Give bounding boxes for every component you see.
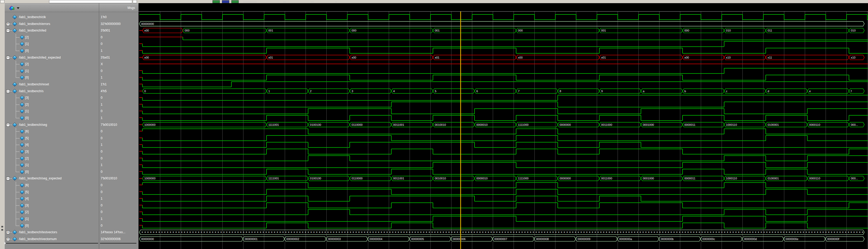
signal-value: 0	[101, 128, 102, 135]
signal-value: 0	[101, 202, 102, 209]
bus-value-label: 0000000e	[786, 238, 799, 241]
bus-value-label: 001	[435, 29, 439, 32]
bus-value-label: 000	[684, 29, 689, 32]
signal-value: 0	[101, 67, 102, 74]
bus-value-label: 0000000c	[703, 238, 715, 241]
signal-name: [1]	[25, 217, 29, 221]
signal-value: 1'h1	[101, 81, 106, 88]
signal-value: 0	[101, 135, 102, 142]
msgs-column-header[interactable]: Msgs	[99, 4, 139, 12]
bus-value-label: 010	[851, 29, 856, 32]
signal-value: 0	[101, 148, 102, 155]
bus-value-label: 0000110	[809, 177, 820, 180]
green-button-2[interactable]	[231, 0, 239, 3]
bus-value-label: 000	[185, 29, 189, 32]
toolbar-grip[interactable]	[0, 0, 4, 3]
bus-value-label: 001	[268, 29, 273, 32]
toolbar-field[interactable]	[49, 0, 132, 3]
bus-value-label: 0110000	[351, 123, 363, 126]
left-strip-button[interactable]	[1, 229, 3, 231]
bus-value-box	[350, 55, 433, 60]
bus-value-box	[433, 28, 516, 33]
bus-value-label: 0010010	[435, 123, 446, 126]
clock-wave	[139, 15, 868, 20]
signal-value: 0	[101, 108, 102, 115]
toolbar-text-fragment: ..	[335, 1, 340, 2]
names-column-header[interactable]	[5, 4, 99, 12]
signal-name: [2]	[25, 103, 29, 106]
chevron-down-icon[interactable]	[17, 7, 20, 9]
bus-value-label: 000	[518, 29, 523, 32]
signal-value: 3'b001	[101, 27, 110, 34]
insertion-line	[100, 243, 136, 244]
bus-value-box	[474, 89, 516, 93]
signal-name: /lab1_testbench/vectornum	[19, 237, 57, 241]
signal-value: 1	[101, 162, 102, 168]
bus-value-label: 0011000	[601, 177, 612, 180]
waveform-canvas[interactable]: 00000000x0000000100000100000100001001101…	[138, 3, 868, 249]
bus-value-label: 00000000	[141, 238, 154, 241]
bus-value-box	[599, 89, 641, 93]
bus-value-box	[308, 89, 350, 93]
bus-value-label: 00000006	[453, 238, 466, 241]
bus-value-box	[516, 28, 599, 33]
bus-value-box	[516, 89, 558, 93]
bus-value-label: 1000110	[726, 177, 737, 180]
modelsim-wave-window: ..................... /lab1_testbench/cl…	[0, 0, 868, 249]
bus-value-box	[766, 28, 849, 33]
signal-name: [0]	[25, 170, 29, 174]
signal-value: 1	[101, 114, 102, 121]
signal-value: 1	[101, 142, 102, 148]
signal-value: 1'h0	[101, 13, 106, 21]
bus-value-label: 8	[560, 89, 561, 93]
bus-value-label: 000	[351, 29, 356, 32]
signal-name: [6]	[25, 130, 29, 133]
toolbar-text-fragment: .............	[243, 1, 278, 2]
bus-value-box	[350, 89, 391, 93]
left-strip-button[interactable]	[1, 226, 3, 227]
bus-value-label: x00	[144, 56, 149, 59]
bus-value-label: c	[726, 89, 728, 93]
insertion-pointer-icon	[4, 242, 6, 245]
bus-value-label: 0000000d	[744, 238, 757, 241]
toolbar-text-fragment: ...	[311, 1, 319, 2]
signal-value: 32'h00000006	[101, 236, 121, 243]
signal-name: [1]	[25, 69, 29, 73]
signal-value: 0	[101, 41, 102, 48]
signal-name: [1]	[25, 42, 29, 46]
bus-value-label: 0000000	[560, 177, 571, 180]
bus-value-label: 0000011	[684, 177, 695, 180]
bus-value-box	[599, 28, 683, 33]
bus-value-label: x00	[351, 56, 356, 59]
bus-value-label: 0100100	[310, 123, 321, 126]
bus-value-label: 000...	[851, 177, 858, 180]
bus-value-label: 00000009	[578, 238, 590, 241]
waveforms[interactable]: 00000000x0000000100000100000100001001101…	[138, 11, 868, 249]
wave-group-icon	[9, 5, 15, 10]
green-button-1[interactable]	[213, 0, 220, 3]
bus-value-box	[807, 89, 849, 93]
blue-button[interactable]	[222, 0, 229, 3]
signal-value: 1	[101, 101, 102, 108]
bus-value-label: 0000000f	[827, 238, 839, 241]
signal-name: [1]	[25, 109, 29, 113]
signal-value: 7'b0010010	[101, 121, 117, 128]
msgs-column-label: Msgs	[127, 6, 135, 10]
bus-value-label: 00000005	[411, 238, 424, 241]
bus-value-label: 0100001	[768, 123, 779, 126]
signal-value: 0	[101, 34, 102, 41]
bus-value-box	[139, 22, 864, 26]
toolbar-text-fragment: ...	[283, 1, 291, 2]
bus-value-label: 0010010	[435, 177, 446, 180]
signal-name: [3]	[25, 96, 29, 100]
signal-value: 1	[101, 195, 102, 202]
signal-name: /lab1_testbench/s	[19, 89, 43, 93]
bus-value-box	[641, 89, 683, 93]
signal-value: 0	[101, 94, 102, 101]
bus-value-label: 0000000a	[619, 238, 632, 241]
toolbar-field-small[interactable]	[133, 0, 137, 3]
signal-name: /lab1_testbench/led	[19, 29, 46, 32]
signal-name: [0]	[25, 76, 29, 79]
bus-value-label: 000...	[851, 123, 858, 126]
bus-value-label: 0011001	[393, 123, 404, 126]
